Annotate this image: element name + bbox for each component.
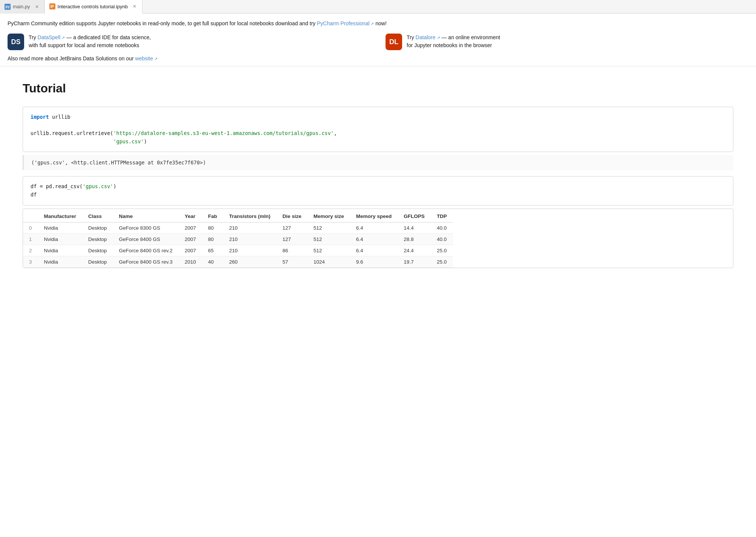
- output-cell-1-text: ('gpus.csv', <http.client.HTTPMessage at…: [31, 160, 206, 166]
- table-body: 0NvidiaDesktopGeForce 8300 GS20078021012…: [23, 222, 453, 267]
- table-cell-r1-c10: 28.8: [398, 233, 431, 245]
- table-cell-r1-c6: 210: [223, 233, 277, 245]
- table-cell-r2-c8: 512: [308, 245, 350, 256]
- table-cell-r1-c2: Desktop: [82, 233, 113, 245]
- table-cell-r1-c5: 80: [202, 233, 223, 245]
- dataspell-card-text: Try DataSpell — a dedicated IDE for data…: [29, 34, 151, 49]
- table-cell-r0-c1: Nvidia: [38, 222, 83, 233]
- table-cell-r0-c9: 6.4: [350, 222, 398, 233]
- table-cell-r3-c2: Desktop: [82, 256, 113, 267]
- table-cell-r2-c9: 6.4: [350, 245, 398, 256]
- notebook-title: Tutorial: [23, 81, 733, 95]
- table-row: 2NvidiaDesktopGeForce 8400 GS rev.220076…: [23, 245, 453, 256]
- table-cell-r2-c1: Nvidia: [38, 245, 83, 256]
- col-header-fab: Fab: [202, 210, 223, 222]
- table-cell-r1-c1: Nvidia: [38, 233, 83, 245]
- code-df: df: [31, 192, 37, 198]
- pycharm-professional-link[interactable]: PyCharm Professional: [317, 20, 374, 26]
- table-cell-r1-c3: GeForce 8400 GS: [113, 233, 179, 245]
- banner-cards: DS Try DataSpell — a dedicated IDE for d…: [8, 34, 748, 50]
- col-header-memory-speed: Memory speed: [350, 210, 398, 222]
- table-cell-r1-c4: 2007: [179, 233, 202, 245]
- code-gpus-csv: 'gpus.csv': [113, 138, 144, 144]
- code-url-string: 'https://datalore-samples.s3-eu-west-1.a…: [113, 130, 334, 136]
- datalore-text-before: Try: [407, 34, 416, 40]
- col-header-tdp: TDP: [431, 210, 453, 222]
- col-header-index: [23, 210, 38, 222]
- code-cell-1-content: import urllib urllib.request.urlretrieve…: [23, 107, 733, 152]
- tab-bar: py main.py ✕ IP Interactive controls tut…: [0, 0, 756, 14]
- table-cell-r0-c0: 0: [23, 222, 38, 233]
- col-header-transistors: Transistors (mln): [223, 210, 277, 222]
- banner-top-text: PyCharm Community edition supports Jupyt…: [8, 20, 748, 28]
- tab-close-main-py[interactable]: ✕: [34, 4, 40, 10]
- col-header-die-size: Die size: [276, 210, 307, 222]
- table-cell-r1-c0: 1: [23, 233, 38, 245]
- table-cell-r2-c3: GeForce 8400 GS rev.2: [113, 245, 179, 256]
- col-header-manufacturer: Manufacturer: [38, 210, 83, 222]
- banner: PyCharm Community edition supports Jupyt…: [0, 14, 756, 66]
- table-cell-r1-c8: 512: [308, 233, 350, 245]
- table-cell-r0-c8: 512: [308, 222, 350, 233]
- table-cell-r3-c3: GeForce 8400 GS rev.3: [113, 256, 179, 267]
- table-cell-r3-c1: Nvidia: [38, 256, 83, 267]
- gpu-table: Manufacturer Class Name Year Fab Transis…: [23, 210, 453, 268]
- tab-main-py[interactable]: py main.py ✕: [0, 0, 45, 14]
- table-cell-r0-c6: 210: [223, 222, 277, 233]
- table-cell-r2-c10: 24.4: [398, 245, 431, 256]
- col-header-memory-size: Memory size: [308, 210, 350, 222]
- table-cell-r1-c7: 127: [276, 233, 307, 245]
- banner-footer: Also read more about JetBrains Data Solu…: [8, 55, 748, 61]
- table-cell-r0-c4: 2007: [179, 222, 202, 233]
- table-cell-r0-c11: 40.0: [431, 222, 453, 233]
- code-urllib: urllib: [49, 114, 70, 120]
- keyword-import: import: [31, 114, 49, 120]
- table-cell-r0-c7: 127: [276, 222, 307, 233]
- code-close-paren: ): [144, 138, 147, 144]
- table-cell-r0-c5: 80: [202, 222, 223, 233]
- banner-card-dataspell: DS Try DataSpell — a dedicated IDE for d…: [8, 34, 370, 50]
- tab-interactive-ipynb[interactable]: IP Interactive controls tutorial.ipynb ✕: [45, 0, 142, 14]
- table-cell-r2-c4: 2007: [179, 245, 202, 256]
- output-cell-1: ('gpus.csv', <http.client.HTTPMessage at…: [23, 155, 733, 170]
- table-cell-r3-c11: 25.0: [431, 256, 453, 267]
- table-cell-r0-c10: 14.4: [398, 222, 431, 233]
- table-cell-r2-c11: 25.0: [431, 245, 453, 256]
- table-cell-r3-c6: 260: [223, 256, 277, 267]
- table-container: Manufacturer Class Name Year Fab Transis…: [23, 209, 733, 268]
- banner-text-now: now!: [374, 20, 386, 26]
- datalore-link[interactable]: Datalore: [416, 34, 440, 40]
- table-row: 3NvidiaDesktopGeForce 8400 GS rev.320104…: [23, 256, 453, 267]
- dataspell-text-before: Try: [29, 34, 38, 40]
- table-cell-r3-c8: 1024: [308, 256, 350, 267]
- table-cell-r3-c4: 2010: [179, 256, 202, 267]
- table-cell-r3-c9: 9.6: [350, 256, 398, 267]
- col-header-year: Year: [179, 210, 202, 222]
- code-gpus-csv-2: 'gpus.csv': [83, 183, 113, 189]
- main-content: Tutorial import urllib urllib.request.ur…: [0, 66, 756, 283]
- tab-label-ipynb: Interactive controls tutorial.ipynb: [58, 4, 128, 9]
- table-cell-r2-c0: 2: [23, 245, 38, 256]
- table-cell-r1-c11: 40.0: [431, 233, 453, 245]
- table-cell-r2-c7: 86: [276, 245, 307, 256]
- table-head: Manufacturer Class Name Year Fab Transis…: [23, 210, 453, 222]
- tab-icon-py: py: [5, 4, 11, 10]
- table-cell-r0-c3: GeForce 8300 GS: [113, 222, 179, 233]
- table-cell-r3-c7: 57: [276, 256, 307, 267]
- code-cell-2[interactable]: df = pd.read_csv('gpus.csv') df: [23, 176, 733, 205]
- table-row: 0NvidiaDesktopGeForce 8300 GS20078021012…: [23, 222, 453, 233]
- table-header-row: Manufacturer Class Name Year Fab Transis…: [23, 210, 453, 222]
- code-comma: ,: [334, 130, 337, 136]
- dataspell-link[interactable]: DataSpell: [38, 34, 65, 40]
- code-df-assign: df = pd.read_csv(: [31, 183, 83, 189]
- code-urlretrieve: urllib.request.urlretrieve(: [31, 130, 113, 136]
- tab-close-ipynb[interactable]: ✕: [132, 3, 138, 9]
- table-cell-r3-c0: 3: [23, 256, 38, 267]
- col-header-name: Name: [113, 210, 179, 222]
- table-cell-r0-c2: Desktop: [82, 222, 113, 233]
- table-cell-r3-c10: 19.7: [398, 256, 431, 267]
- code-indent: [31, 138, 113, 144]
- datalore-card-text: Try Datalore — an online environmentfor …: [407, 34, 500, 49]
- website-link[interactable]: website: [135, 55, 158, 61]
- code-cell-1[interactable]: import urllib urllib.request.urlretrieve…: [23, 107, 733, 152]
